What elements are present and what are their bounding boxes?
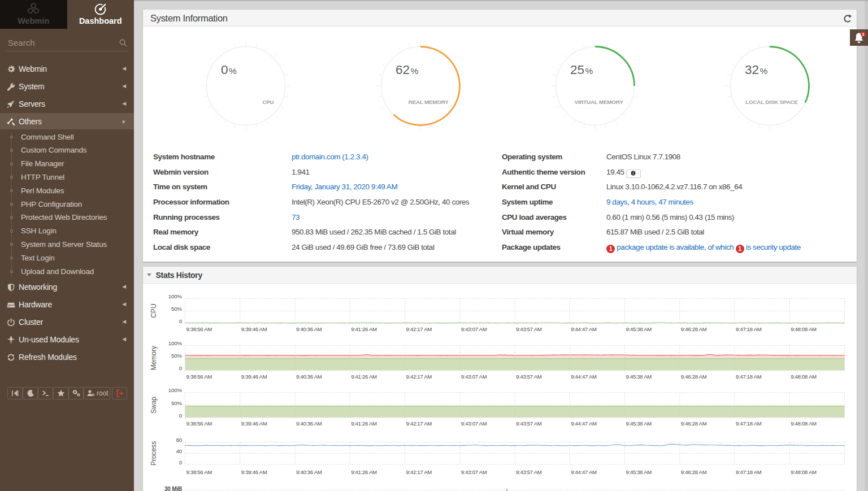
svg-text:9:39:46 AM: 9:39:46 AM [241, 469, 267, 475]
svg-text:9:42:17 AM: 9:42:17 AM [406, 469, 432, 475]
svg-text:9:42:17 AM: 9:42:17 AM [406, 373, 432, 380]
svg-text:9:42:17 AM: 9:42:17 AM [406, 326, 432, 332]
svg-text:0: 0 [179, 365, 183, 371]
svg-text:0: 0 [179, 412, 183, 419]
svg-text:0: 0 [179, 459, 183, 466]
svg-text:REAL MEMORY: REAL MEMORY [409, 99, 449, 105]
svg-text:9:41:26 AM: 9:41:26 AM [351, 420, 377, 427]
svg-text:9:48:08 AM: 9:48:08 AM [791, 373, 817, 380]
svg-text:100%: 100% [168, 293, 183, 299]
svg-text:Memory: Memory [150, 346, 158, 370]
svg-text:9:38:56 AM: 9:38:56 AM [186, 373, 212, 380]
svg-text:1: 1 [862, 32, 865, 37]
svg-text:0: 0 [179, 318, 183, 324]
svg-text:9:41:26 AM: 9:41:26 AM [351, 373, 377, 380]
svg-text:9:40:36 AM: 9:40:36 AM [296, 326, 322, 332]
svg-text:9:39:46 AM: 9:39:46 AM [241, 420, 267, 427]
svg-text:9:44:47 AM: 9:44:47 AM [571, 420, 597, 427]
svg-text:9:45:38 AM: 9:45:38 AM [626, 420, 652, 427]
svg-text:9:46:28 AM: 9:46:28 AM [681, 420, 707, 427]
svg-text:9:44:47 AM: 9:44:47 AM [571, 326, 597, 332]
svg-text:100%: 100% [168, 387, 183, 393]
svg-text:9:48:08 AM: 9:48:08 AM [791, 469, 817, 475]
svg-text:9:39:46 AM: 9:39:46 AM [241, 326, 267, 332]
svg-text:VIRTUAL MEMORY: VIRTUAL MEMORY [575, 99, 624, 105]
svg-text:Swap: Swap [150, 397, 158, 414]
svg-text:9:47:18 AM: 9:47:18 AM [736, 373, 762, 380]
svg-text:9:44:47 AM: 9:44:47 AM [571, 373, 597, 380]
svg-text:9:43:07 AM: 9:43:07 AM [461, 420, 487, 427]
svg-text:9:41:26 AM: 9:41:26 AM [351, 326, 377, 332]
svg-text:40: 40 [176, 448, 183, 454]
svg-text:100%: 100% [168, 340, 183, 346]
svg-text:9:43:57 AM: 9:43:57 AM [516, 373, 542, 380]
svg-text:9:47:18 AM: 9:47:18 AM [736, 326, 762, 332]
svg-text:9:45:38 AM: 9:45:38 AM [626, 469, 652, 475]
svg-text:9:48:08 AM: 9:48:08 AM [791, 326, 817, 332]
svg-text:9:48:08 AM: 9:48:08 AM [791, 420, 817, 427]
svg-text:9:43:07 AM: 9:43:07 AM [461, 326, 487, 332]
svg-text:9:39:46 AM: 9:39:46 AM [241, 373, 267, 380]
svg-text:9:43:57 AM: 9:43:57 AM [516, 420, 542, 427]
svg-text:9:47:18 AM: 9:47:18 AM [736, 420, 762, 427]
svg-text:9:43:07 AM: 9:43:07 AM [461, 469, 487, 475]
svg-text:9:44:47 AM: 9:44:47 AM [571, 469, 597, 475]
svg-text:50%: 50% [171, 353, 182, 359]
svg-text:9:45:38 AM: 9:45:38 AM [626, 326, 652, 332]
svg-text:50%: 50% [171, 306, 182, 312]
svg-text:CPU: CPU [150, 303, 158, 318]
svg-text:80: 80 [176, 437, 183, 443]
svg-text:CPU: CPU [262, 99, 274, 105]
svg-text:9:42:17 AM: 9:42:17 AM [406, 420, 432, 427]
svg-text:9:45:38 AM: 9:45:38 AM [626, 373, 652, 380]
svg-text:Process: Process [150, 441, 158, 466]
svg-text:30 MiB: 30 MiB [164, 486, 182, 491]
svg-text:9:46:28 AM: 9:46:28 AM [681, 469, 707, 475]
svg-text:9:43:57 AM: 9:43:57 AM [516, 326, 542, 332]
svg-text:9:40:36 AM: 9:40:36 AM [296, 469, 322, 475]
svg-text:9:38:56 AM: 9:38:56 AM [186, 420, 212, 427]
svg-text:LOCAL DISK SPACE: LOCAL DISK SPACE [745, 99, 798, 105]
svg-text:9:46:28 AM: 9:46:28 AM [681, 326, 707, 332]
svg-text:9:46:28 AM: 9:46:28 AM [681, 373, 707, 380]
svg-text:9:40:36 AM: 9:40:36 AM [296, 420, 322, 427]
svg-text:9:47:18 AM: 9:47:18 AM [736, 469, 762, 475]
svg-text:9:41:26 AM: 9:41:26 AM [351, 469, 377, 475]
svg-text:9:38:56 AM: 9:38:56 AM [186, 326, 212, 332]
svg-text:9:43:07 AM: 9:43:07 AM [461, 373, 487, 380]
svg-text:9:40:36 AM: 9:40:36 AM [296, 373, 322, 380]
svg-text:50%: 50% [171, 400, 182, 406]
svg-text:9:43:57 AM: 9:43:57 AM [516, 469, 542, 475]
svg-text:9:38:56 AM: 9:38:56 AM [186, 469, 212, 475]
